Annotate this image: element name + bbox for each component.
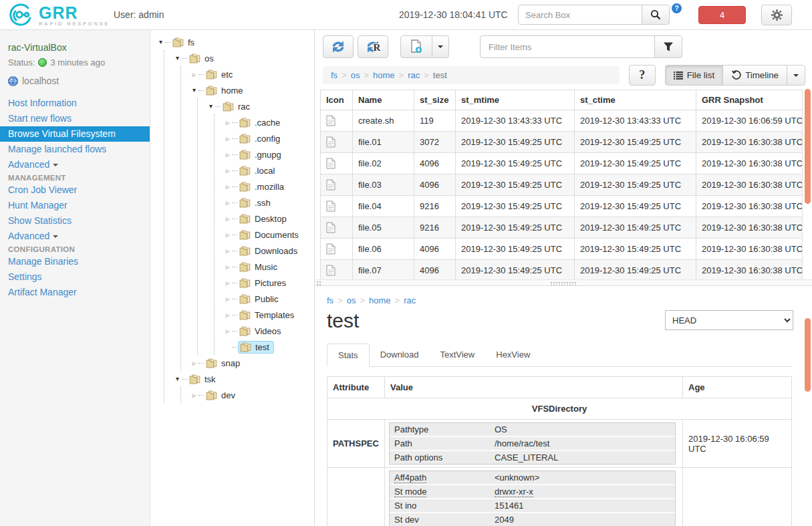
file-row-file.07[interactable]: file.0740962019-12-30 15:49:25 UTC2019-1…: [321, 260, 803, 280]
tree-collapsed-icon[interactable]: ▹: [223, 247, 232, 254]
tree-collapsed-icon[interactable]: ▹: [190, 360, 198, 366]
sidebar-item-manage-launched-flows[interactable]: Manage launched flows: [0, 142, 150, 157]
file-row-file.03[interactable]: file.0340962019-12-30 15:49:25 UTC2019-1…: [321, 174, 803, 196]
tree-node-etc[interactable]: ▹etc: [190, 66, 314, 82]
tree-collapsed-icon[interactable]: ▹: [223, 279, 232, 286]
tree-expanded-icon[interactable]: ▾: [156, 39, 165, 45]
tree-node-Templates[interactable]: ▹Templates: [223, 307, 314, 323]
tree-collapsed-icon[interactable]: ▹: [223, 199, 232, 206]
tree-node-dot-local[interactable]: ▹.local: [223, 162, 314, 178]
file-list-scrollbar[interactable]: [805, 89, 811, 204]
search-input[interactable]: [518, 5, 642, 25]
sidebar-item-cron-job-viewer[interactable]: Cron Job Viewer: [0, 182, 150, 198]
tree-expanded-icon[interactable]: ▾: [173, 55, 182, 61]
tree-collapsed-icon[interactable]: ▹: [223, 295, 232, 302]
tree-node-fs[interactable]: ▾fs: [156, 34, 314, 50]
tree-node-Music[interactable]: ▹Music: [223, 259, 314, 275]
tab-stats[interactable]: Stats: [327, 344, 370, 367]
sidebar-item-browse-virtual-filesystem[interactable]: Browse Virtual Filesystem: [0, 126, 150, 142]
tree-node-dot-gnupg[interactable]: ▹.gnupg: [223, 146, 314, 162]
tree-node-Pictures[interactable]: ▹Pictures: [223, 275, 314, 291]
breadcrumb-link-home[interactable]: home: [369, 295, 391, 305]
breadcrumb-link-os[interactable]: os: [351, 70, 360, 80]
tree-expanded-icon[interactable]: ▾: [190, 87, 198, 94]
tree-node-dot-ssh[interactable]: ▹.ssh: [223, 194, 314, 211]
folder-icon: [239, 310, 251, 320]
tab-download[interactable]: Download: [370, 344, 430, 367]
breadcrumb-link-fs[interactable]: fs: [331, 70, 337, 80]
filter-items-input[interactable]: [480, 35, 655, 58]
tree-collapsed-icon[interactable]: ▹: [190, 71, 198, 78]
tree-node-os[interactable]: ▾os: [173, 50, 314, 66]
search-help-icon[interactable]: ?: [672, 3, 682, 13]
tree-collapsed-icon[interactable]: ▹: [223, 311, 232, 318]
sidebar-item-artifact-manager[interactable]: Artifact Manager: [0, 285, 150, 300]
sidebar-item-manage-binaries[interactable]: Manage Binaries: [0, 254, 150, 269]
recursive-refresh-button[interactable]: R: [358, 35, 388, 58]
tree-collapsed-icon[interactable]: ▹: [223, 231, 232, 238]
tree-collapsed-icon[interactable]: ▹: [223, 183, 232, 190]
help-button[interactable]: ?: [629, 65, 656, 86]
detail-scrollbar[interactable]: [805, 318, 811, 392]
notifications-button[interactable]: 4: [698, 6, 746, 24]
sidebar-item-show-statistics[interactable]: Show Statistics: [0, 213, 150, 229]
search-button[interactable]: [642, 5, 670, 25]
tree-collapsed-icon[interactable]: ▹: [190, 392, 198, 398]
download-directory-button[interactable]: [400, 35, 432, 58]
tree-node-Public[interactable]: ▹Public: [223, 291, 314, 307]
panel-resize-handle[interactable]: [315, 279, 812, 286]
tree-node-dev[interactable]: ▹dev: [190, 387, 314, 403]
breadcrumb-link-rac[interactable]: rac: [408, 70, 420, 80]
file-list-view-button[interactable]: File list: [665, 65, 723, 86]
app-title: GRR: [39, 5, 110, 21]
breadcrumb-link-rac[interactable]: rac: [404, 295, 416, 305]
tree-collapsed-icon[interactable]: ▹: [223, 215, 232, 222]
sidebar-item-host-information[interactable]: Host Information: [0, 96, 150, 111]
timeline-view-button[interactable]: Timeline: [722, 65, 787, 86]
tree-collapsed-icon[interactable]: ▹: [223, 135, 232, 142]
tree-node-dot-cache[interactable]: ▹.cache: [223, 114, 314, 130]
tree-node-test[interactable]: test: [223, 339, 314, 355]
sidebar-item-settings[interactable]: Settings: [0, 269, 150, 285]
tree-node-rac[interactable]: ▾rac: [207, 98, 314, 114]
download-options-caret-button[interactable]: [432, 35, 449, 58]
sidebar-item-hunt-manager[interactable]: Hunt Manager: [0, 198, 150, 213]
file-row-create.sh[interactable]: create.sh1192019-12-30 13:43:33 UTC2019-…: [321, 110, 803, 132]
view-options-caret-button[interactable]: [787, 65, 805, 86]
tree-node-snap[interactable]: ▹snap: [190, 355, 314, 371]
tree-collapsed-icon[interactable]: ▹: [223, 167, 232, 174]
tree-node-tsk[interactable]: ▾tsk: [173, 371, 314, 387]
tree-expanded-icon[interactable]: ▾: [207, 103, 215, 110]
tree-node-dot-config[interactable]: ▹.config: [223, 130, 314, 146]
breadcrumb-link-home[interactable]: home: [373, 70, 395, 80]
tree-node-Desktop[interactable]: ▹Desktop: [223, 211, 314, 227]
filter-button[interactable]: [654, 35, 682, 58]
breadcrumb-link-os[interactable]: os: [347, 295, 356, 305]
tab-textview[interactable]: TextView: [429, 344, 485, 367]
file-row-file.05[interactable]: file.0592162019-12-30 15:49:25 UTC2019-1…: [321, 217, 803, 239]
file-row-file.01[interactable]: file.0130722019-12-30 15:49:25 UTC2019-1…: [321, 132, 803, 153]
file-row-file.06[interactable]: file.0640962019-12-30 15:49:25 UTC2019-1…: [321, 239, 803, 260]
tree-collapsed-icon[interactable]: ▹: [223, 327, 232, 334]
breadcrumb-link-fs[interactable]: fs: [327, 295, 333, 305]
tab-hexview[interactable]: HexView: [485, 344, 541, 367]
tree-node-Documents[interactable]: ▹Documents: [223, 227, 314, 243]
version-select[interactable]: HEAD: [665, 310, 793, 330]
file-row-file.04[interactable]: file.0492162019-12-30 15:49:25 UTC2019-1…: [321, 196, 803, 217]
file-row-file.02[interactable]: file.0240962019-12-30 15:49:25 UTC2019-1…: [321, 153, 803, 174]
tree-node-Videos[interactable]: ▹Videos: [223, 323, 314, 339]
sidebar-item-start-new-flows[interactable]: Start new flows: [0, 111, 150, 126]
tree-node-dot-mozilla[interactable]: ▹.mozilla: [223, 178, 314, 194]
tree-collapsed-icon[interactable]: ▹: [223, 263, 232, 270]
tree-node-Downloads[interactable]: ▹Downloads: [223, 243, 314, 259]
tree-collapsed-icon[interactable]: ▹: [223, 151, 232, 158]
globe-icon: [8, 76, 22, 86]
tree-node-home[interactable]: ▾home: [190, 82, 314, 98]
tree-collapsed-icon[interactable]: ▹: [223, 119, 232, 126]
tree-node-selected[interactable]: test: [238, 341, 274, 354]
stats-group-row: VFSDirectory: [327, 398, 792, 420]
settings-button[interactable]: [761, 5, 792, 25]
grr-logo[interactable]: GRR RAPID RESPONSE: [8, 3, 110, 28]
refresh-button[interactable]: [323, 35, 354, 58]
tree-expanded-icon[interactable]: ▾: [173, 376, 182, 382]
